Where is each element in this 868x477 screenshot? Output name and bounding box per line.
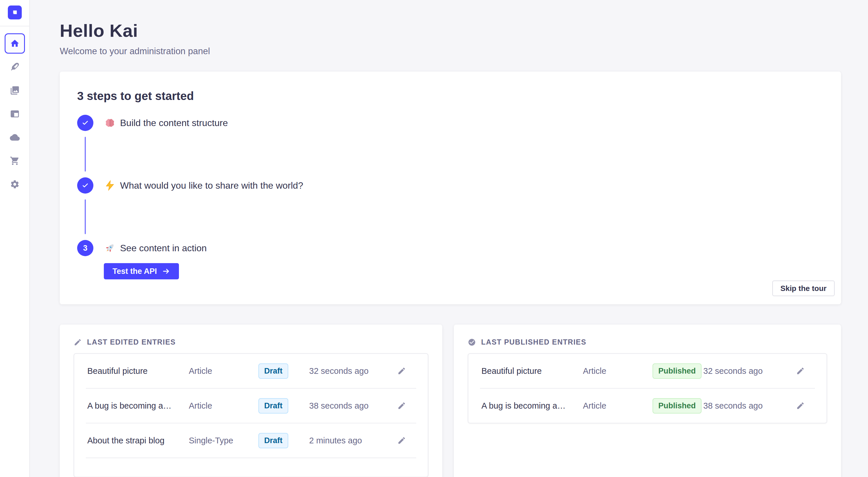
last-edited-header: LAST EDITED ENTRIES [74,338,428,346]
sidebar-item-content-type-builder[interactable] [5,57,25,77]
table-row[interactable]: A bug is becoming a… Article Draft 38 se… [74,388,428,423]
entry-time: 38 seconds ago [703,401,796,411]
guided-tour-title: 3 steps to get started [77,90,824,103]
entry-time: 38 seconds ago [309,401,397,411]
page-subtitle: Welcome to your administration panel [60,46,868,57]
pencil-icon [796,401,805,410]
lightning-emoji-icon [104,180,116,191]
edit-entry-button[interactable] [397,367,406,375]
table-row[interactable]: Beautiful picture Article Draft 32 secon… [74,354,428,388]
pencil-icon [397,436,406,445]
guided-tour-card: 3 steps to get started Build the content… [60,72,841,304]
pencil-icon [74,338,82,346]
tour-step-2: What would you like to share with the wo… [77,177,824,194]
sidebar-item-content-manager[interactable] [5,104,25,124]
sidebar-item-media-library[interactable] [5,80,25,101]
sidebar-divider [0,26,29,26]
cta-row: Test the API [104,263,824,279]
check-circle-icon [468,338,476,346]
check-icon [82,119,89,127]
pencil-icon [397,401,406,410]
edit-entry-button[interactable] [397,401,406,410]
step-1-text: Build the content structure [120,118,228,128]
brain-emoji-icon [104,117,116,128]
sidebar-item-home[interactable] [5,33,25,54]
cart-icon [10,156,20,166]
status-badge: Draft [258,433,288,448]
arrow-right-icon [162,267,170,275]
last-edited-panel: LAST EDITED ENTRIES Beautiful picture Ar… [60,325,442,477]
last-published-table: Beautiful picture Article Published 32 s… [468,353,827,423]
step-3-label[interactable]: See content in action [104,243,207,253]
rocket-emoji-icon [104,243,116,253]
gear-icon [10,179,20,189]
pencil-icon [796,367,805,375]
sidebar-item-cloud[interactable] [5,127,25,147]
edit-entry-button[interactable] [796,367,805,375]
tour-step-1: Build the content structure [77,115,824,131]
entry-time: 32 seconds ago [309,366,397,376]
sidebar [0,0,30,477]
table-row-partial [74,458,428,477]
home-icon [10,38,20,48]
images-icon [10,86,20,95]
entry-title: Beautiful picture [87,366,189,376]
table-row[interactable]: About the strapi blog Single-Type Draft … [74,423,428,457]
last-edited-heading: LAST EDITED ENTRIES [87,338,176,346]
entry-type: Article [189,366,258,376]
feather-icon [10,62,20,72]
status-badge: Draft [258,398,288,413]
sidebar-nav [5,33,25,195]
test-api-button-label: Test the API [113,267,157,276]
step-2-text: What would you like to share with the wo… [120,180,303,191]
entry-time: 2 minutes ago [309,436,397,445]
cloud-icon [10,132,20,142]
pencil-icon [397,367,406,375]
last-published-heading: LAST PUBLISHED ENTRIES [481,338,586,346]
edit-entry-button[interactable] [796,401,805,410]
entry-title: Beautiful picture [482,366,583,376]
step-connector-1 [85,137,86,172]
entry-time: 32 seconds ago [703,366,796,376]
layout-icon [10,109,20,119]
table-row[interactable]: Beautiful picture Article Published 32 s… [468,354,827,388]
status-badge: Published [653,398,702,413]
entry-title: About the strapi blog [87,436,189,445]
entry-title: A bug is becoming a… [482,401,583,411]
entries-section: LAST EDITED ENTRIES Beautiful picture Ar… [60,325,868,477]
sidebar-item-settings[interactable] [5,174,25,195]
entry-type: Article [189,401,258,411]
last-edited-table: Beautiful picture Article Draft 32 secon… [74,353,428,477]
strapi-logo-icon [10,8,19,17]
edit-entry-button[interactable] [397,436,406,445]
status-badge: Published [653,364,702,379]
entry-title: A bug is becoming a… [87,401,189,411]
status-badge: Draft [258,364,288,379]
test-api-button[interactable]: Test the API [104,263,179,279]
sidebar-item-marketplace[interactable] [5,151,25,171]
step-connector-2 [85,199,86,234]
step-2-done-indicator [77,177,93,194]
main-content: Hello Kai Welcome to your administration… [30,20,868,477]
entry-type: Single-Type [189,436,258,445]
strapi-logo[interactable] [8,5,22,20]
step-1-done-indicator [77,115,93,131]
check-icon [82,182,89,189]
page-title: Hello Kai [60,20,868,41]
step-1-label[interactable]: Build the content structure [104,117,228,128]
last-published-header: LAST PUBLISHED ENTRIES [468,338,827,346]
entry-type: Article [583,401,653,411]
step-3-text: See content in action [120,243,207,253]
step-3-number: 3 [77,240,93,256]
guided-tour-steps: Build the content structure What would y… [77,115,824,279]
table-row[interactable]: A bug is becoming a… Article Published 3… [468,388,827,423]
skip-tour-button[interactable]: Skip the tour [772,280,835,296]
entry-type: Article [583,366,653,376]
tour-step-3: 3 See content in action [77,240,824,256]
step-2-label[interactable]: What would you like to share with the wo… [104,180,303,191]
last-published-panel: LAST PUBLISHED ENTRIES Beautiful picture… [454,325,841,477]
